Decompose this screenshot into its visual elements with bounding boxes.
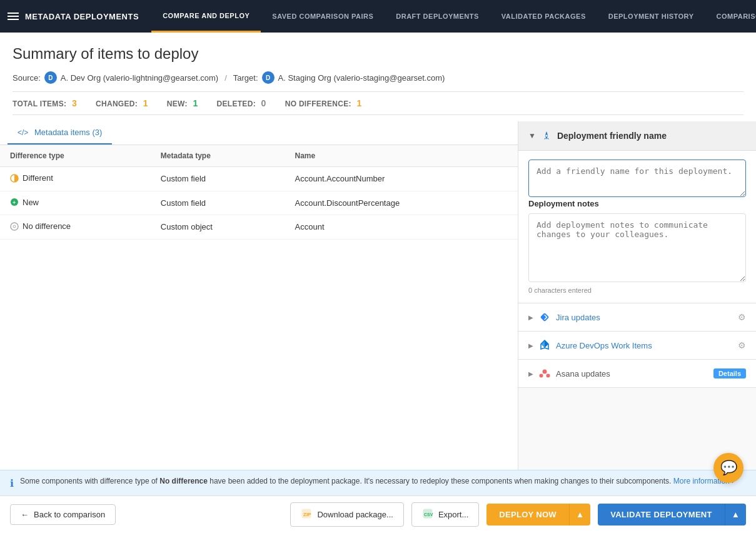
hamburger-menu[interactable] <box>8 13 19 20</box>
asana-chevron: ▶ <box>528 370 533 377</box>
diff-type-cell: No difference <box>0 215 151 240</box>
info-icon: ℹ <box>10 477 14 489</box>
nav-compare-deploy[interactable]: COMPARE AND DEPLOY <box>151 0 261 33</box>
stat-changed: CHANGED: 1 <box>96 92 167 114</box>
stat-no-diff-num: 1 <box>357 98 362 108</box>
download-package-button[interactable]: ZIP Download package... <box>290 502 403 503</box>
slash: / <box>224 73 227 83</box>
col-diff-type: Difference type <box>0 145 151 167</box>
stat-no-diff: NO DIFFERENCE: 1 <box>285 92 381 114</box>
svg-point-11 <box>543 370 547 374</box>
source-org-badge: D <box>44 71 57 84</box>
svg-point-12 <box>540 374 543 378</box>
nav-validated[interactable]: VALIDATED PACKAGES <box>490 0 597 33</box>
svg-point-9 <box>545 135 548 137</box>
azure-name: Azure DevOps Work Items <box>556 341 733 350</box>
stat-deleted: DELETED: 0 <box>217 92 285 114</box>
name-cell: Account.DiscountPercentage <box>285 191 518 215</box>
svg-rect-10 <box>540 313 549 322</box>
nav-links: COMPARE AND DEPLOY SAVED COMPARISON PAIR… <box>151 0 756 33</box>
col-name: Name <box>285 145 518 167</box>
stat-new: NEW: 1 <box>167 92 217 114</box>
azure-integration-row[interactable]: ▶ Azure DevOps Work Items ⚙ <box>518 332 756 360</box>
page-header: Summary of items to deploy Source: D A. … <box>0 33 756 121</box>
app-title: METADATA DEPLOYMENTS <box>25 12 139 21</box>
target-label: Target: <box>233 73 258 83</box>
table-row[interactable]: DifferentCustom fieldAccount.AccountNumb… <box>0 167 518 191</box>
nav-comparison-history[interactable]: COMPARISON HISTORY <box>705 0 757 33</box>
chat-bubble[interactable]: 💬 <box>713 453 743 483</box>
asana-details-badge[interactable]: Details <box>713 368 746 378</box>
nav-draft[interactable]: DRAFT DEPLOYMENTS <box>385 0 490 33</box>
metadata-type-cell: Custom object <box>151 215 285 240</box>
deploy-name-chevron[interactable]: ▼ <box>528 131 536 140</box>
stat-total: TOTAL ITEMS: 3 <box>13 92 96 114</box>
diff-type-cell: +New <box>0 191 151 215</box>
top-navigation: METADATA DEPLOYMENTS COMPARE AND DEPLOY … <box>0 0 756 33</box>
nav-saved-pairs[interactable]: SAVED COMPARISON PAIRS <box>261 0 385 33</box>
stats-row: TOTAL ITEMS: 3 CHANGED: 1 NEW: 1 DELETED… <box>13 91 743 115</box>
jira-integration-row[interactable]: ▶ Jira updates ⚙ <box>518 303 756 332</box>
target-org-name: A. Staging Org (valerio-staging@gearset.… <box>278 73 445 83</box>
tabs-bar: </> Metadata items (3) <box>0 121 518 145</box>
new-circle-icon: + <box>10 198 19 206</box>
jira-chevron: ▶ <box>528 314 533 321</box>
source-target-row: Source: D A. Dev Org (valerio-lightning@… <box>13 71 743 84</box>
jira-icon <box>538 311 551 323</box>
char-count: 0 characters entered <box>528 287 746 294</box>
deploy-name-form: Deployment notes 0 characters entered <box>518 151 756 303</box>
table-row[interactable]: +NewCustom fieldAccount.DiscountPercenta… <box>0 191 518 215</box>
bottom-bar: ← Back to comparison ZIP Download packag… <box>0 495 756 503</box>
no-diff-circle-icon <box>10 222 19 231</box>
deploy-name-title: Deployment friendly name <box>557 131 667 141</box>
deploy-name-input[interactable] <box>528 160 746 197</box>
deploy-notes-label: Deployment notes <box>528 199 746 208</box>
info-bar: ℹ Some components with difference type o… <box>0 470 756 495</box>
diff-half-icon <box>10 174 19 183</box>
name-cell: Account.AccountNumber <box>285 167 518 191</box>
rocket-small-icon <box>541 130 552 141</box>
info-text: Some components with difference type of … <box>20 477 734 485</box>
stat-deleted-num: 0 <box>261 98 266 108</box>
deploy-notes-input[interactable] <box>528 213 746 282</box>
azure-chevron: ▶ <box>528 342 533 349</box>
app-brand: METADATA DEPLOYMENTS <box>8 12 139 21</box>
col-metadata-type: Metadata type <box>151 145 285 167</box>
no-diff-bold: No difference <box>159 477 208 485</box>
export-button[interactable]: CSV Export... <box>411 502 479 503</box>
chat-icon: 💬 <box>720 460 737 476</box>
left-panel: </> Metadata items (3) Difference type M… <box>0 121 518 503</box>
svg-text:+: + <box>13 200 16 206</box>
svg-point-8 <box>13 225 16 228</box>
source-org-name: A. Dev Org (valerio-lightning@gearset.co… <box>61 73 218 83</box>
metadata-type-cell: Custom field <box>151 191 285 215</box>
nav-deployment-history[interactable]: DEPLOYMENT HISTORY <box>597 0 705 33</box>
name-cell: Account <box>285 215 518 240</box>
azure-icon <box>538 339 551 352</box>
tab-metadata-items[interactable]: </> Metadata items (3) <box>8 121 112 145</box>
stat-total-num: 3 <box>72 98 77 108</box>
svg-point-13 <box>547 374 550 378</box>
azure-gear-icon[interactable]: ⚙ <box>738 340 746 350</box>
code-icon: </> <box>18 128 28 137</box>
svg-point-7 <box>11 223 18 230</box>
source-label: Source: <box>13 73 41 83</box>
right-panel: ▼ Deployment friendly name Deployment no… <box>518 121 756 503</box>
page-title: Summary of items to deploy <box>13 45 743 63</box>
stat-changed-num: 1 <box>143 98 148 108</box>
metadata-type-cell: Custom field <box>151 167 285 191</box>
asana-name: Asana updates <box>556 369 708 378</box>
content-layout: </> Metadata items (3) Difference type M… <box>0 121 756 503</box>
jira-name: Jira updates <box>556 313 733 322</box>
target-org-badge: D <box>262 71 275 84</box>
asana-integration-row[interactable]: ▶ Asana updates Details <box>518 360 756 388</box>
stat-new-num: 1 <box>193 98 198 108</box>
main-content: Summary of items to deploy Source: D A. … <box>0 33 756 503</box>
table-row[interactable]: No differenceCustom objectAccount <box>0 215 518 240</box>
jira-gear-icon[interactable]: ⚙ <box>738 312 746 322</box>
diff-type-cell: Different <box>0 167 151 191</box>
asana-icon <box>538 367 551 380</box>
items-table: Difference type Metadata type Name Diffe… <box>0 145 518 240</box>
deploy-name-section-header: ▼ Deployment friendly name <box>518 121 756 151</box>
